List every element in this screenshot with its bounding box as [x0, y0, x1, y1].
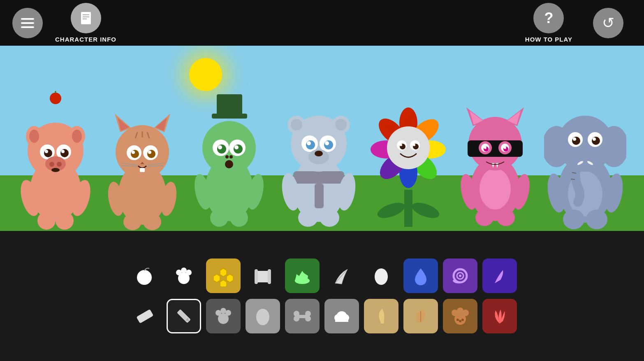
svg-point-21 [51, 168, 60, 172]
svg-point-126 [475, 210, 493, 226]
icon-purple-item[interactable] [482, 259, 517, 293]
menu-button[interactable] [12, 8, 43, 38]
svg-rect-156 [256, 271, 269, 282]
icon-eraser[interactable] [127, 299, 162, 333]
how-to-play-label: HOW TO PLAY [525, 36, 572, 43]
scene [0, 46, 644, 231]
svg-point-151 [186, 270, 192, 275]
svg-rect-1 [83, 14, 89, 15]
hamburger-icon [21, 18, 34, 28]
svg-point-39 [132, 151, 135, 154]
svg-rect-70 [315, 184, 324, 208]
svg-point-176 [305, 311, 311, 317]
svg-point-83 [315, 151, 323, 156]
svg-point-104 [400, 144, 402, 146]
icon-bear-paw[interactable] [443, 299, 477, 333]
icon-drop[interactable] [403, 259, 438, 293]
icon-feather[interactable] [324, 259, 359, 293]
svg-point-15 [60, 149, 69, 157]
svg-point-90 [410, 200, 441, 221]
svg-point-171 [225, 310, 231, 316]
svg-point-159 [295, 277, 310, 284]
icon-horn[interactable] [364, 299, 398, 333]
svg-point-138 [593, 137, 596, 141]
svg-point-80 [307, 141, 311, 145]
question-icon: ? [544, 9, 553, 27]
svg-point-75 [335, 119, 347, 130]
character-flower [371, 83, 447, 231]
icon-gray-paw[interactable] [206, 299, 241, 333]
how-to-play-button[interactable]: ? HOW TO PLAY [525, 3, 572, 43]
svg-point-87 [320, 209, 339, 227]
icon-gray-egg[interactable] [246, 299, 280, 333]
svg-point-57 [217, 144, 226, 154]
svg-point-189 [459, 320, 461, 322]
character-info-button[interactable]: CHARACTER INFO [55, 3, 116, 43]
svg-point-121 [504, 147, 506, 149]
svg-rect-158 [268, 269, 271, 284]
icon-scroll[interactable] [246, 259, 280, 293]
svg-rect-0 [81, 12, 91, 24]
svg-point-146 [586, 210, 607, 229]
svg-point-150 [181, 268, 187, 273]
svg-rect-69 [293, 171, 344, 184]
character-cat [104, 91, 181, 231]
svg-rect-3 [83, 19, 87, 19]
svg-point-67 [230, 209, 248, 227]
svg-point-24 [37, 212, 56, 230]
cat-character [104, 91, 181, 231]
svg-line-140 [571, 179, 575, 179]
icon-hand-green[interactable] [285, 259, 320, 293]
svg-point-59 [218, 145, 222, 149]
svg-point-164 [459, 275, 461, 277]
svg-point-107 [480, 168, 511, 210]
svg-point-20 [57, 162, 62, 167]
svg-marker-152 [220, 268, 227, 277]
svg-point-89 [375, 200, 407, 221]
svg-rect-88 [404, 190, 412, 227]
icon-egg[interactable] [364, 259, 398, 293]
character-pig [18, 91, 94, 231]
svg-point-61 [225, 155, 229, 158]
svg-point-187 [462, 310, 469, 316]
svg-point-174 [294, 311, 299, 317]
elephant-character [544, 83, 626, 231]
reset-button[interactable]: ↺ [593, 8, 623, 38]
how-to-play-circle[interactable]: ? [533, 3, 564, 33]
svg-point-58 [234, 144, 243, 154]
icon-snail[interactable] [443, 259, 477, 293]
character-bear [278, 83, 360, 231]
svg-rect-2 [83, 16, 89, 17]
svg-point-60 [234, 145, 239, 149]
svg-point-86 [298, 209, 318, 227]
svg-point-149 [176, 270, 182, 275]
svg-rect-46 [140, 168, 145, 172]
menu-circle[interactable] [12, 8, 43, 38]
character-elephant [544, 83, 626, 231]
icon-apple[interactable] [127, 259, 162, 293]
svg-point-177 [305, 316, 311, 321]
svg-point-11 [72, 130, 82, 143]
svg-point-49 [123, 214, 141, 230]
icon-paw[interactable] [167, 259, 201, 293]
character-info-circle[interactable] [71, 3, 101, 33]
reset-circle[interactable]: ↺ [593, 8, 623, 38]
icon-claw[interactable] [482, 299, 517, 333]
svg-rect-157 [255, 269, 258, 284]
svg-point-137 [573, 137, 576, 141]
icon-honeycomb[interactable] [206, 259, 241, 293]
icon-bone[interactable] [285, 299, 320, 333]
svg-point-19 [49, 162, 54, 167]
icon-dark-pencil[interactable] [167, 299, 201, 333]
icon-seed[interactable] [403, 299, 438, 333]
svg-point-74 [291, 119, 302, 130]
svg-point-136 [592, 137, 600, 145]
svg-point-25 [56, 212, 74, 230]
svg-point-127 [497, 210, 515, 226]
svg-point-78 [306, 140, 315, 149]
svg-point-105 [413, 144, 415, 146]
icon-cloud[interactable] [324, 299, 359, 333]
svg-point-9 [29, 130, 39, 143]
svg-point-190 [461, 319, 464, 321]
svg-marker-155 [220, 280, 227, 286]
